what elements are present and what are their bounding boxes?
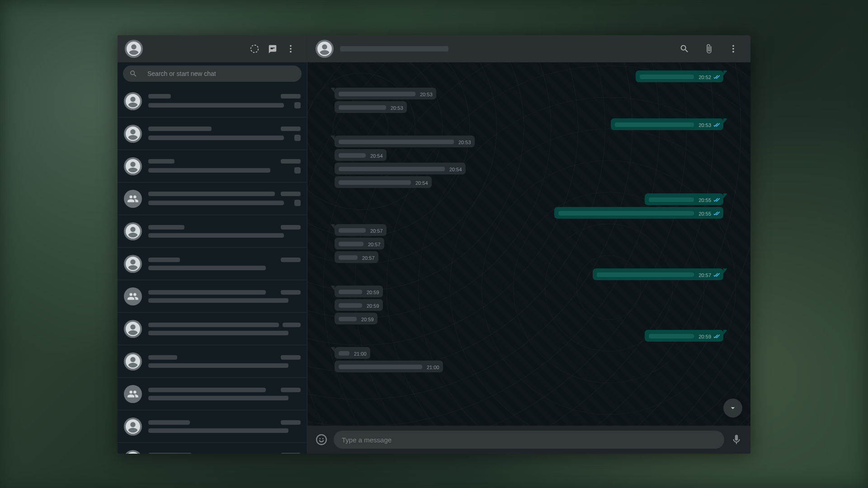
message-text	[339, 105, 386, 110]
incoming-message[interactable]: 20:59	[335, 286, 723, 297]
svg-point-1	[290, 45, 292, 47]
message-time: 20:59	[367, 303, 379, 309]
new-chat-icon[interactable]	[264, 40, 282, 58]
mic-icon[interactable]	[731, 434, 742, 446]
outgoing-message[interactable]: 20:55	[335, 207, 723, 219]
message-text	[339, 167, 445, 171]
chat-item-preview	[148, 201, 284, 205]
conversation-menu-icon[interactable]	[724, 40, 742, 58]
incoming-message[interactable]: 21:00	[335, 347, 723, 359]
message-bubble: 20:57	[335, 238, 384, 249]
incoming-message[interactable]: 20:54	[335, 163, 723, 174]
chat-list-item[interactable]	[118, 117, 307, 150]
read-ticks-icon	[712, 198, 720, 203]
incoming-message[interactable]: 20:54	[335, 149, 723, 161]
message-bubble: 20:53	[335, 88, 436, 99]
message-time: 20:53	[391, 105, 403, 111]
incoming-message[interactable]: 20:53	[335, 88, 723, 99]
incoming-message[interactable]: 20:53	[335, 136, 723, 147]
search-input[interactable]	[147, 70, 295, 77]
outgoing-message[interactable]: 20:52	[335, 70, 723, 82]
outgoing-message[interactable]: 20:57	[335, 268, 723, 280]
person-avatar-icon	[124, 418, 142, 436]
chat-item-preview	[148, 136, 284, 140]
incoming-message[interactable]: 20:54	[335, 176, 723, 188]
chat-list-item[interactable]	[118, 150, 307, 183]
message-meta: 20:59	[698, 334, 720, 339]
message-time: 20:55	[698, 211, 711, 216]
chat-list-item[interactable]	[118, 443, 307, 454]
message-meta: 20:59	[361, 317, 374, 322]
message-bubble: 20:55	[645, 193, 723, 205]
message-bubble: 20:52	[636, 70, 723, 82]
chat-list-item[interactable]	[118, 85, 307, 117]
outgoing-message[interactable]: 20:55	[335, 193, 723, 205]
message-meta: 20:57	[370, 228, 383, 234]
contact-name[interactable]	[340, 46, 448, 52]
chat-item-name	[148, 94, 171, 99]
chat-list-item[interactable]	[118, 410, 307, 443]
svg-point-4	[732, 45, 734, 47]
outgoing-message[interactable]: 20:59	[335, 330, 723, 342]
composer	[307, 426, 750, 454]
message-bubble: 20:59	[335, 313, 377, 324]
incoming-message[interactable]: 20:59	[335, 313, 723, 324]
message-time: 20:55	[698, 197, 711, 203]
chat-item-name	[148, 159, 175, 164]
chat-item-preview	[148, 266, 266, 270]
message-bubble: 20:57	[593, 268, 723, 280]
attach-icon[interactable]	[700, 40, 718, 58]
search-box[interactable]	[123, 66, 302, 82]
chat-item-preview	[148, 428, 288, 433]
chat-item-time	[281, 453, 301, 454]
chat-list-item[interactable]	[118, 248, 307, 280]
incoming-message[interactable]: 20:53	[335, 101, 723, 113]
message-time: 20:57	[698, 272, 711, 278]
chat-list[interactable]	[118, 85, 307, 454]
message-meta: 20:52	[698, 75, 720, 80]
message-meta: 20:55	[698, 211, 720, 216]
chat-list-item[interactable]	[118, 183, 307, 215]
group-avatar-icon	[124, 190, 142, 208]
incoming-message[interactable]: 20:59	[335, 299, 723, 311]
group-avatar-icon	[124, 287, 142, 305]
message-meta: 20:59	[367, 303, 379, 309]
search-in-chat-icon[interactable]	[675, 40, 693, 58]
message-text	[339, 303, 362, 308]
svg-point-0	[251, 45, 259, 53]
unread-badge	[294, 200, 301, 206]
incoming-message[interactable]: 20:57	[335, 224, 723, 236]
incoming-message[interactable]: 20:57	[335, 251, 723, 263]
message-input[interactable]	[334, 431, 724, 449]
chat-item-meta	[148, 127, 301, 141]
message-text	[339, 92, 415, 96]
message-meta: 20:53	[420, 92, 433, 97]
chat-list-item[interactable]	[118, 345, 307, 378]
message-time: 21:00	[354, 351, 367, 357]
incoming-message[interactable]: 21:00	[335, 361, 723, 372]
status-icon[interactable]	[245, 40, 264, 58]
chat-list-item[interactable]	[118, 280, 307, 313]
incoming-message[interactable]: 20:57	[335, 238, 723, 249]
message-meta: 20:57	[362, 255, 375, 261]
person-avatar-icon	[124, 125, 142, 143]
message-time: 20:57	[368, 242, 381, 247]
scroll-to-bottom-button[interactable]	[723, 399, 742, 418]
messages-scroll[interactable]: 20:5220:5320:5320:5320:5320:5420:5420:54…	[307, 62, 750, 426]
message-time: 20:53	[458, 140, 471, 145]
chat-item-time	[281, 258, 301, 262]
chat-list-item[interactable]	[118, 215, 307, 248]
message-text	[339, 180, 411, 185]
svg-point-9	[322, 438, 324, 439]
chat-list-item[interactable]	[118, 313, 307, 345]
chat-item-preview	[148, 168, 270, 173]
menu-icon[interactable]	[282, 40, 300, 58]
my-avatar[interactable]	[125, 40, 143, 58]
chat-item-preview	[148, 363, 288, 368]
chat-item-time	[281, 420, 301, 425]
contact-avatar[interactable]	[316, 40, 334, 58]
message-time: 20:59	[698, 334, 711, 339]
chat-list-item[interactable]	[118, 378, 307, 410]
outgoing-message[interactable]: 20:53	[335, 118, 723, 130]
emoji-icon[interactable]	[316, 434, 327, 446]
